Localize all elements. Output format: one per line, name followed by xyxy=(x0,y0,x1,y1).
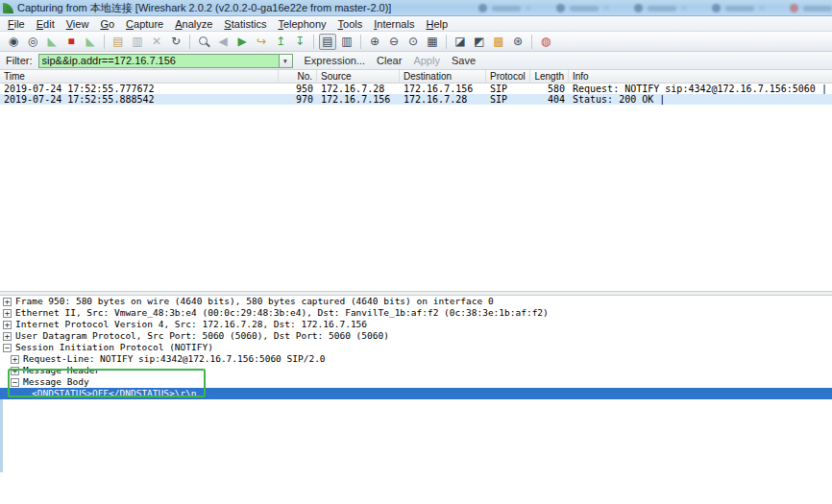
filter-dropdown-button[interactable]: ▼ xyxy=(279,54,293,68)
close-file-icon[interactable]: ✕ xyxy=(148,34,165,50)
cell-info: Request: NOTIFY sip:4342@172.16.7.156:50… xyxy=(569,84,832,94)
cell-protocol: SIP xyxy=(486,94,530,105)
menu-file[interactable]: File xyxy=(2,16,31,32)
toolbar-separator xyxy=(531,35,532,49)
filter-bar: Filter: ▼ Expression... Clear Apply Save xyxy=(0,52,832,70)
window-title: Capturing from 本地连接 [Wireshark 2.0.2 (v2… xyxy=(17,1,391,15)
display-filters-icon[interactable]: ◩ xyxy=(471,34,488,50)
expander-icon[interactable]: + xyxy=(3,321,12,329)
cell-source: 172.16.7.28 xyxy=(317,84,400,94)
menubar: File Edit View Go Capture Analyze Statis… xyxy=(0,16,832,32)
column-header-source[interactable]: Source xyxy=(317,70,400,84)
background-window-ghosts xyxy=(478,1,832,15)
stop-capture-icon[interactable]: ■ xyxy=(62,34,80,50)
cell-protocol: SIP xyxy=(486,84,530,94)
restart-capture-icon[interactable]: ◣ xyxy=(82,34,99,50)
expander-icon[interactable]: − xyxy=(3,344,12,352)
detail-row-request-line[interactable]: + Request-Line: NOTIFY sip:4342@172.16.7… xyxy=(0,353,832,365)
titlebar[interactable]: Capturing from 本地连接 [Wireshark 2.0.2 (v2… xyxy=(0,0,832,16)
help-icon[interactable]: ◍ xyxy=(537,34,554,50)
column-header-length[interactable]: Length xyxy=(530,70,569,84)
reload-file-icon[interactable]: ↻ xyxy=(167,34,184,50)
coloring-rules-icon[interactable]: ▩ xyxy=(490,34,507,50)
chevron-down-icon: ▼ xyxy=(282,57,288,63)
expander-icon[interactable]: + xyxy=(3,298,12,306)
start-capture-icon[interactable]: ◣ xyxy=(43,34,61,50)
column-header-protocol[interactable]: Protocol xyxy=(486,70,530,84)
table-row[interactable]: 2019-07-24 17:52:55.888542 970 172.16.7.… xyxy=(0,94,832,105)
expander-icon[interactable]: + xyxy=(3,309,12,318)
detail-row-message-body[interactable]: − Message Body xyxy=(0,376,832,388)
save-file-icon[interactable]: ▥ xyxy=(129,34,146,50)
go-to-bottom-icon[interactable]: ↧ xyxy=(291,34,308,50)
menu-tools[interactable]: Tools xyxy=(332,16,369,32)
window-border-remnant xyxy=(0,399,3,472)
open-file-icon[interactable]: ▤ xyxy=(110,34,127,50)
column-header-time[interactable]: Time xyxy=(0,70,279,84)
resize-columns-icon[interactable]: ▦ xyxy=(424,34,441,50)
toolbar-separator xyxy=(446,35,447,49)
menu-view[interactable]: View xyxy=(61,16,95,32)
find-packet-icon[interactable] xyxy=(195,34,212,50)
expander-icon[interactable]: + xyxy=(11,355,19,364)
detail-text: Request-Line: NOTIFY sip:4342@172.16.7.1… xyxy=(23,353,326,365)
expander-icon[interactable]: + xyxy=(11,367,19,375)
table-row[interactable]: 2019-07-24 17:52:55.777672 950 172.16.7.… xyxy=(0,84,832,94)
main-toolbar: ◉ ◎ ◣ ■ ◣ ▤ ▥ ✕ ↻ ◀ ▶ ↪ ↥ ↧ ▤ ▥ ⊕ ⊖ ⊙ ▦ … xyxy=(0,32,832,52)
cell-length: 580 xyxy=(530,84,569,94)
toolbar-separator xyxy=(104,35,105,49)
column-header-info[interactable]: Info xyxy=(569,70,832,84)
detail-text: Message Header xyxy=(23,365,100,376)
detail-text: <DNDSTATUS>OFF</DNDSTATUS>\r\n xyxy=(32,388,197,399)
capture-options-icon[interactable]: ◎ xyxy=(24,34,41,50)
detail-row-sip[interactable]: − Session Initiation Protocol (NOTIFY) xyxy=(0,342,832,353)
cell-info: Status: 200 OK | xyxy=(569,94,832,105)
go-back-icon[interactable]: ◀ xyxy=(214,34,232,50)
menu-go[interactable]: Go xyxy=(94,16,120,32)
menu-statistics[interactable]: Statistics xyxy=(218,16,272,32)
expander-icon[interactable]: − xyxy=(11,378,19,387)
preferences-icon[interactable]: ⊛ xyxy=(509,34,526,50)
detail-row-ip[interactable]: + Internet Protocol Version 4, Src: 172.… xyxy=(0,319,832,330)
toolbar-separator xyxy=(189,35,190,49)
detail-row-udp[interactable]: + User Datagram Protocol, Src Port: 5060… xyxy=(0,330,832,342)
zoom-out-icon[interactable]: ⊖ xyxy=(385,34,403,50)
menu-telephony[interactable]: Telephony xyxy=(272,16,331,32)
clear-button[interactable]: Clear xyxy=(377,55,402,66)
apply-button[interactable]: Apply xyxy=(413,55,440,66)
capture-filters-icon[interactable]: ◪ xyxy=(452,34,469,50)
packet-list: 2019-07-24 17:52:55.777672 950 172.16.7.… xyxy=(0,84,832,105)
column-header-no[interactable]: No. xyxy=(279,70,317,84)
detail-row-frame[interactable]: + Frame 950: 580 bytes on wire (4640 bit… xyxy=(0,296,832,307)
filter-input[interactable] xyxy=(38,54,279,68)
zoom-in-icon[interactable]: ⊕ xyxy=(366,34,383,50)
cell-destination: 172.16.7.156 xyxy=(400,84,486,94)
toggle-packet-details-icon[interactable]: ▥ xyxy=(338,34,355,50)
expression-button[interactable]: Expression... xyxy=(305,55,366,66)
detail-row-ethernet[interactable]: + Ethernet II, Src: Vmware_48:3b:e4 (00:… xyxy=(0,307,832,319)
menu-edit[interactable]: Edit xyxy=(31,16,61,32)
save-button[interactable]: Save xyxy=(452,55,476,66)
cell-time: 2019-07-24 17:52:55.777672 xyxy=(0,84,279,94)
packet-list-header: Time No. Source Destination Protocol Len… xyxy=(0,70,832,84)
go-to-packet-icon[interactable]: ↪ xyxy=(253,34,270,50)
column-header-destination[interactable]: Destination xyxy=(400,70,486,84)
detail-text: Internet Protocol Version 4, Src: 172.16… xyxy=(15,319,367,330)
expander-icon[interactable]: + xyxy=(3,332,12,341)
menu-help[interactable]: Help xyxy=(420,16,453,32)
toolbar-separator xyxy=(360,35,361,49)
detail-text: Ethernet II, Src: Vmware_48:3b:e4 (00:0c… xyxy=(15,307,549,319)
menu-analyze[interactable]: Analyze xyxy=(169,16,218,32)
menu-capture[interactable]: Capture xyxy=(120,16,169,32)
zoom-100-icon[interactable]: ⊙ xyxy=(404,34,422,50)
detail-row-dndstatus[interactable]: <DNDSTATUS>OFF</DNDSTATUS>\r\n xyxy=(0,388,832,399)
detail-row-message-header[interactable]: + Message Header xyxy=(0,365,832,376)
toggle-packet-list-icon[interactable]: ▤ xyxy=(319,34,336,50)
list-interfaces-icon[interactable]: ◉ xyxy=(5,34,22,50)
toolbar-separator xyxy=(313,35,314,49)
go-forward-icon[interactable]: ▶ xyxy=(233,34,251,50)
wireshark-fin-icon xyxy=(3,3,13,13)
menu-internals[interactable]: Internals xyxy=(368,16,420,32)
go-to-top-icon[interactable]: ↥ xyxy=(272,34,289,50)
cell-no: 970 xyxy=(279,94,317,105)
